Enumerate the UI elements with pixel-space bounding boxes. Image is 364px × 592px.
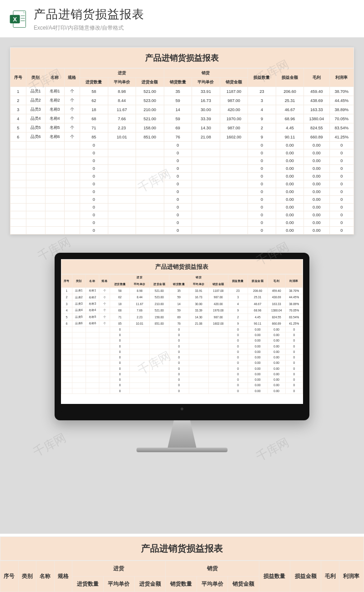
col-group-sales: 销货 [166,561,259,577]
table-row: 0 0 00.000.000 [10,211,354,219]
table-row: 0 0 00.000.000 [61,383,303,388]
col-purchase-qty: 进货数量 [72,577,103,592]
table-row: 0 0 00.000.000 [61,327,303,332]
col-purchase-qty: 进货数量 [80,78,108,87]
table-row: 0 0 00.000.000 [10,180,354,188]
table-row: 3品类3名称3个 1811.67210.00 1430.00420.00 446… [61,301,303,307]
table-row: 0 0 00.000.000 [61,338,303,343]
col-spec: 规格 [99,274,110,287]
col-seq: 序号 [10,69,26,87]
report-table: 序号 类别 名称 规格 进货 销货 损益数量 损益金额 毛利 利润率 进货数量 … [0,561,364,592]
col-category: 类别 [72,274,86,287]
col-seq: 序号 [61,274,72,287]
table-row: 0 0 00.000.000 [61,377,303,383]
report-title: 产品进销货损益报表 [0,536,364,561]
table-row: 0 0 00.000.000 [61,349,303,355]
col-spec: 规格 [54,561,72,592]
col-group-sales: 销货 [169,274,228,281]
table-row: 5品类5名称5个 712.23158.00 6914.30987.00 24.4… [61,314,303,320]
col-pl-amount: 损益金额 [290,561,321,592]
col-sales-price: 平均单价 [192,78,220,87]
table-row: 1品类1名称1个 588.98521.00 3533.911187.00 232… [61,287,303,294]
col-name: 名称 [86,274,99,287]
col-pl-amount: 损益金额 [276,69,304,87]
col-group-purchase: 进货 [110,274,169,281]
report-table: 序号 类别 名称 规格 进货 销货 损益数量 损益金额 毛利 利润率 进货数量 … [61,274,303,394]
spreadsheet-preview: 产品进销货损益报表 序号 类别 名称 规格 进货 销货 损益数量 损益金额 毛利… [10,47,354,235]
col-margin: 利润率 [339,561,364,592]
report-title: 产品进销货损益报表 [10,47,354,68]
table-row: 3品类3名称3个 1811.67210.00 1430.00420.00 446… [10,105,354,114]
col-sales-qty: 销货数量 [166,577,197,592]
page-subtitle: Excel/A4打印/内容随意修改/自带格式 [34,24,356,32]
table-row: 6品类6名称6个 8510.01851.00 7621.081602.00 99… [61,320,303,327]
table-row: 0 0 00.000.000 [61,355,303,360]
table-row: 0 0 00.000.000 [10,188,354,196]
col-sales-amount: 销货金额 [220,78,248,87]
table-row: 0 0 00.000.000 [61,360,303,366]
table-row: 0 0 00.000.000 [10,219,354,227]
col-group-purchase: 进货 [72,561,166,577]
table-row: 1品类1名称1个 588.98521.00 3533.911187.00 232… [10,87,354,96]
spreadsheet-preview-cropped: 产品进销货损益报表 序号 类别 名称 规格 进货 销货 损益数量 损益金额 毛利… [0,534,364,592]
col-sales-price: 平均单价 [189,281,208,287]
svg-text:X: X [13,16,17,23]
page-title: 产品进销货损益报表 [34,6,356,22]
table-row: 4品类4名称4个 687.66521.00 5933.391970.00 968… [61,307,303,313]
table-row: 6品类6名称6个 8510.01851.00 7621.081602.00 99… [10,133,354,142]
table-row: 0 0 00.000.000 [10,142,354,149]
col-sales-amount: 销货金额 [208,281,228,287]
col-category: 类别 [18,561,36,592]
col-pl-qty: 损益数量 [228,274,248,287]
col-sales-amount: 销货金额 [228,577,259,592]
table-row: 0 0 00.000.000 [10,196,354,204]
report-table: 序号 类别 名称 规格 进货 销货 损益数量 损益金额 毛利 利润率 进货数量 … [10,68,354,235]
col-sales-qty: 销货数量 [169,281,189,287]
monitor-mockup: 产品进销货损益报表 序号 类别 名称 规格 进货 销货 损益数量 损益金额 毛利… [0,253,364,452]
page-header: X 产品进销货损益报表 Excel/A4打印/内容随意修改/自带格式 [0,0,364,37]
col-seq: 序号 [0,561,19,592]
col-purchase-amount: 进货金额 [136,78,164,87]
table-row: 0 0 00.000.000 [10,149,354,157]
table-row: 2品类2名称2个 628.44523.00 5916.73987.00 325.… [10,96,354,105]
col-purchase-qty: 进货数量 [110,281,130,287]
col-name: 名称 [36,561,55,592]
table-row: 4品类4名称4个 687.66521.00 5933.391970.00 968… [10,114,354,123]
col-purchase-price: 平均单价 [130,281,149,287]
col-purchase-amount: 进货金额 [149,281,169,287]
col-gross: 毛利 [321,561,339,592]
col-purchase-amount: 进货金额 [135,577,166,592]
table-row: 0 0 00.000.000 [10,204,354,211]
col-spec: 规格 [64,69,80,87]
excel-icon: X [8,9,28,29]
table-row: 0 0 00.000.000 [10,157,354,165]
col-category: 类别 [26,69,45,87]
col-sales-price: 平均单价 [197,577,228,592]
table-row: 0 0 00.000.000 [61,332,303,338]
col-group-purchase: 进货 [80,69,164,78]
table-row: 5品类5名称5个 712.23158.00 6914.30987.00 24.4… [10,123,354,133]
table-row: 0 0 00.000.000 [10,227,354,235]
table-row: 0 0 00.000.000 [10,173,354,180]
col-pl-qty: 损益数量 [259,561,290,592]
col-name: 名称 [45,69,64,87]
table-row: 0 0 00.000.000 [61,388,303,393]
col-margin: 利润率 [329,69,354,87]
col-margin: 利润率 [285,274,303,287]
table-row: 0 0 00.000.000 [61,366,303,371]
table-row: 0 0 00.000.000 [61,343,303,349]
col-group-sales: 销货 [164,69,248,78]
col-pl-amount: 损益金额 [248,274,268,287]
col-gross: 毛利 [268,274,286,287]
report-title: 产品进销货损益报表 [61,259,303,274]
table-row: 2品类2名称2个 628.44523.00 5916.73987.00 325.… [61,294,303,301]
col-purchase-price: 平均单价 [108,78,136,87]
col-sales-qty: 销货数量 [164,78,192,87]
table-row: 0 0 00.000.000 [10,165,354,173]
col-purchase-price: 平均单价 [103,577,134,592]
table-row: 0 0 00.000.000 [61,372,303,377]
col-gross: 毛利 [304,69,329,87]
col-pl-qty: 损益数量 [248,69,276,87]
